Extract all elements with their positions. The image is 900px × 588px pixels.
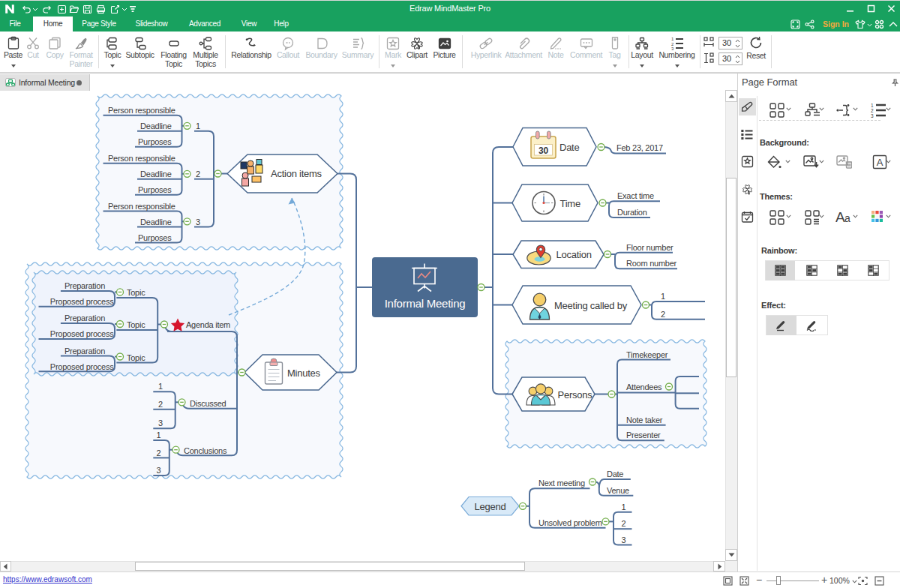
svg-text:Person responsible: Person responsible: [108, 154, 176, 163]
svg-text:Floor number: Floor number: [626, 243, 674, 252]
svg-text:Action items: Action items: [271, 168, 322, 179]
svg-text:Preparation: Preparation: [64, 346, 105, 356]
svg-text:a: a: [844, 212, 850, 224]
svg-text:Unsolved problem: Unsolved problem: [538, 518, 602, 527]
svg-text:2: 2: [871, 108, 874, 113]
svg-text:2: 2: [196, 170, 200, 178]
svg-text:Person responsible: Person responsible: [108, 202, 176, 211]
svg-text:Time: Time: [560, 198, 580, 209]
svg-text:Attendees: Attendees: [626, 382, 662, 392]
svg-text:1: 1: [157, 430, 161, 440]
svg-text:Note taker: Note taker: [626, 416, 663, 424]
svg-text:Location: Location: [556, 249, 592, 260]
svg-text:Informal Meeting: Informal Meeting: [385, 297, 466, 310]
svg-text:Proposed process: Proposed process: [50, 297, 114, 306]
svg-text:Duration: Duration: [617, 208, 647, 217]
svg-text:2: 2: [661, 310, 665, 319]
svg-text:Venue: Venue: [607, 486, 629, 495]
svg-text:3: 3: [158, 418, 163, 428]
svg-text:Room number: Room number: [626, 259, 677, 268]
svg-text:1: 1: [661, 292, 665, 301]
svg-text:1: 1: [671, 37, 674, 41]
svg-text:Exact time: Exact time: [617, 191, 654, 200]
svg-text:Persons: Persons: [558, 389, 593, 400]
svg-text:Agenda item: Agenda item: [186, 320, 230, 329]
svg-text:Preparation: Preparation: [64, 314, 105, 322]
svg-text:2: 2: [158, 400, 163, 409]
svg-text:Discussed: Discussed: [190, 399, 226, 408]
svg-text:Feb 23, 2017: Feb 23, 2017: [616, 143, 663, 152]
svg-text:Topic: Topic: [127, 353, 146, 362]
svg-text:Purposes: Purposes: [138, 233, 172, 242]
svg-text:30: 30: [538, 146, 548, 156]
svg-text:Purposes: Purposes: [138, 137, 172, 146]
svg-text:Proposed process: Proposed process: [50, 329, 114, 338]
svg-text:Topic: Topic: [127, 288, 146, 297]
svg-text:Legend: Legend: [475, 501, 506, 512]
svg-text:1: 1: [871, 103, 874, 108]
svg-text:Date: Date: [560, 142, 579, 153]
svg-text:A: A: [877, 157, 884, 168]
svg-text:3: 3: [196, 218, 200, 226]
svg-text:Deadline: Deadline: [140, 122, 172, 130]
svg-text:2: 2: [622, 519, 626, 528]
svg-text:Deadline: Deadline: [140, 218, 172, 226]
svg-text:3: 3: [157, 466, 161, 475]
svg-text:1: 1: [622, 502, 626, 512]
svg-text:2: 2: [671, 42, 674, 46]
svg-text:1: 1: [196, 122, 200, 130]
svg-text:3: 3: [622, 536, 626, 544]
svg-text:1: 1: [158, 382, 163, 391]
svg-text:Preparation: Preparation: [64, 281, 105, 290]
svg-text:Deadline: Deadline: [140, 170, 172, 178]
svg-text:Minutes: Minutes: [287, 368, 321, 379]
svg-text:Topic: Topic: [127, 320, 146, 329]
svg-text:2: 2: [157, 448, 161, 458]
svg-text:Presenter: Presenter: [626, 430, 661, 440]
svg-text:Date: Date: [607, 470, 623, 478]
svg-text:Proposed process: Proposed process: [50, 362, 114, 371]
svg-text:3: 3: [871, 113, 874, 118]
svg-text:Conclusions: Conclusions: [184, 446, 227, 455]
svg-text:Timekeeper: Timekeeper: [626, 350, 668, 359]
svg-text:Person responsible: Person responsible: [108, 106, 176, 115]
svg-text:Meeting called by: Meeting called by: [554, 300, 628, 311]
svg-text:Purposes: Purposes: [138, 185, 172, 194]
svg-text:Next meeting: Next meeting: [538, 478, 585, 488]
